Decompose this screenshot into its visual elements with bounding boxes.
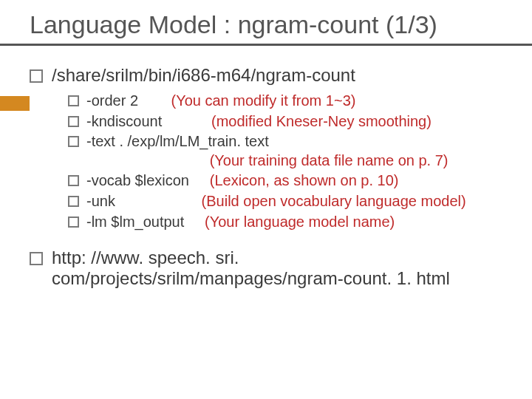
sub-item-body: -order 2 (You can modify it from 1~3) [86,92,504,111]
note-text: (Lexicon, as shown on p. 10) [210,172,399,188]
page-title: Language Model : ngram-count (1/3) [30,10,532,39]
bullet-icon [30,69,43,83]
flag-text: -kndiscount [86,113,211,129]
sub-item-body: -lm $lm_output (Your language model name… [86,213,504,232]
sub-item-body: -unk (Build open vocabulary language mod… [86,192,504,211]
note-text: (modified Kneser-Ney smoothing) [211,113,432,129]
bullet-icon [30,252,43,265]
flag-text: -order 2 [86,92,171,109]
bullet-icon [68,196,79,207]
note-text: (Your language model name) [205,214,395,230]
sublist: -order 2 (You can modify it from 1~3) -k… [68,92,504,231]
sub-item-body: -kndiscount (modified Kneser-Ney smoothi… [86,112,504,132]
slide: Language Model : ngram-count (1/3) /shar… [0,10,532,399]
content: /share/srilm/bin/i686-m64/ngram-count -o… [30,65,504,289]
note-text: (Your training data file name on p. 7) [210,152,449,168]
list-item-text: /share/srilm/bin/i686-m64/ngram-count [52,65,504,86]
list-item: http: //www. speech. sri. com/projects/s… [30,248,504,289]
sub-item: -kndiscount (modified Kneser-Ney smoothi… [68,112,504,132]
sub-item-body: -vocab $lexicon (Lexicon, as shown on p.… [86,171,504,191]
sub-item: -text . /exp/lm/LM_train. text (Your tra… [68,132,504,170]
flag-text: -lm $lm_output [86,214,205,230]
note-text: (Build open vocabulary language model) [202,193,466,209]
bullet-icon [68,136,79,147]
flag-text: -unk [86,193,202,209]
list-item: /share/srilm/bin/i686-m64/ngram-count [30,65,504,86]
sub-item: -lm $lm_output (Your language model name… [68,213,504,232]
accent-bar [0,96,30,111]
bullet-icon [68,116,79,127]
bullet-icon [68,175,79,186]
flag-text: -vocab $lexicon [86,172,210,188]
note-text: (You can modify it from 1~3) [171,92,355,109]
title-underline [0,44,532,46]
bullet-icon [68,216,79,228]
bullet-icon [68,95,79,106]
list-item-text: http: //www. speech. sri. com/projects/s… [52,248,504,289]
sub-item: -vocab $lexicon (Lexicon, as shown on p.… [68,171,504,191]
sub-item-body: -text . /exp/lm/LM_train. text (Your tra… [86,132,504,170]
sub-item: -unk (Build open vocabulary language mod… [68,192,504,211]
sub-item: -order 2 (You can modify it from 1~3) [68,92,504,111]
